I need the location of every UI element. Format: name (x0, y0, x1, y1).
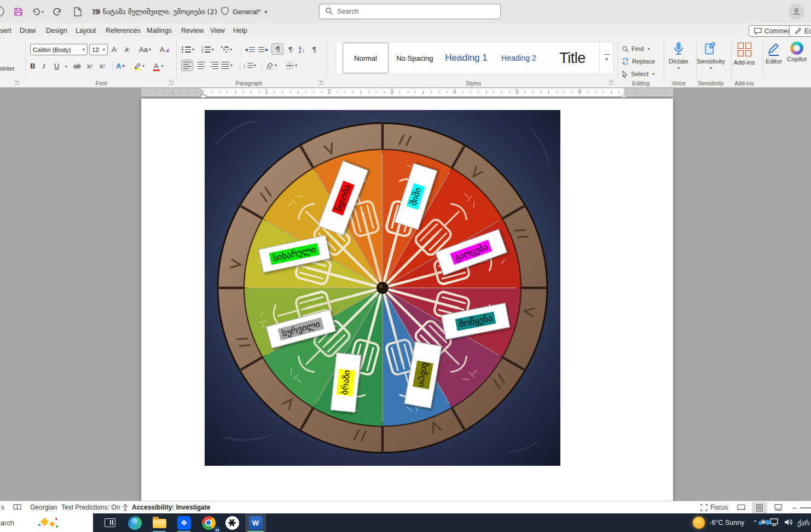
network-icon[interactable] (770, 518, 779, 528)
document-page[interactable]: ნდობა შიში სიხარული გაოცება სურვილი მოწყ… (141, 99, 673, 501)
style-normal[interactable]: Normal (343, 43, 389, 73)
rtl-text-direction-button[interactable]: ¶‹ (285, 44, 297, 55)
tab-references[interactable]: References (105, 23, 142, 38)
document-title-area[interactable]: 19 ნატაშა მელიშვილი. ემოციები (2) Genera… (91, 0, 267, 23)
chatgpt-taskbar-icon[interactable] (222, 513, 242, 532)
subscript-button[interactable]: x2 (87, 60, 92, 72)
decrease-indent-button[interactable]: ◂ (245, 44, 255, 55)
weather-sun-icon[interactable] (693, 517, 705, 529)
show-paragraph-marks-button[interactable]: ¶ (312, 44, 316, 55)
tab-help[interactable]: Help (232, 23, 248, 38)
font-color-button[interactable]: A ▾ (154, 60, 164, 72)
shrink-font-button[interactable]: Aˇ (125, 44, 130, 55)
clipboard-dialog-launcher-icon[interactable] (13, 79, 19, 85)
tab-draw[interactable]: Draw (19, 23, 37, 38)
paragraph-dialog-launcher-icon[interactable] (317, 79, 323, 85)
highlight-color-button[interactable]: ▾ (134, 60, 144, 72)
web-layout-button[interactable] (771, 502, 786, 513)
bold-button[interactable]: B (30, 60, 35, 72)
accessibility-status[interactable]: Accessibility: Investigate (121, 501, 210, 513)
show-hidden-icons-chevron[interactable]: ⌃ (752, 519, 758, 527)
undo-icon[interactable]: ▾ (32, 5, 44, 18)
align-center-button[interactable] (195, 60, 207, 71)
style-heading-1[interactable]: Heading 1 (441, 43, 491, 73)
sensitivity-badge[interactable]: General* (233, 8, 260, 16)
tab-layout[interactable]: Layout (74, 23, 97, 38)
input-language-partial[interactable]: ქარ (797, 519, 810, 527)
chevron-down-icon[interactable]: ▾ (264, 9, 267, 15)
select-button[interactable]: Select▾ (622, 69, 654, 79)
italic-button[interactable]: I (43, 60, 45, 72)
tab-mailings[interactable]: Mailings (146, 23, 173, 38)
addins-button[interactable]: Add-ins (728, 42, 760, 78)
word-count-partial[interactable]: s (1, 501, 4, 513)
zoom-slider[interactable] (800, 507, 811, 508)
weather-text[interactable]: -6°C Sunny (709, 519, 744, 527)
chrome-taskbar-icon[interactable]: M (198, 513, 219, 532)
search-box[interactable]: Search (319, 4, 501, 19)
emotion-wheel-picture[interactable]: ნდობა შიში სიხარული გაოცება სურვილი მოწყ… (205, 110, 560, 466)
ltr-text-direction-button[interactable]: ›¶ (271, 43, 283, 55)
file-explorer-taskbar-icon[interactable] (149, 513, 170, 532)
tab-design[interactable]: Design (45, 23, 68, 38)
taskbar-search-box[interactable]: ere to search (0, 513, 93, 532)
new-document-icon[interactable] (71, 5, 83, 18)
increase-indent-button[interactable]: ▸ (258, 44, 269, 55)
sort-button[interactable]: AZ ↓ (299, 44, 305, 55)
text-predictions[interactable]: Text Predictions: On (61, 501, 120, 513)
multilevel-list-button[interactable]: ▾ (221, 44, 232, 55)
undo-caret-icon[interactable]: ▾ (42, 9, 44, 14)
sensitivity-button[interactable]: Sensitivity ▾ (693, 42, 728, 78)
text-effects-button[interactable]: A▾ (116, 60, 124, 72)
align-right-button[interactable] (208, 60, 220, 71)
strikethrough-button[interactable]: ab (73, 60, 80, 72)
bullets-button[interactable]: ▾ (182, 44, 194, 55)
read-mode-button[interactable] (733, 502, 749, 513)
grow-font-button[interactable]: Aˆ (112, 44, 118, 55)
save-icon[interactable] (12, 5, 24, 18)
horizontal-ruler[interactable]: 123456 (141, 88, 673, 96)
search-highlights-icon[interactable] (37, 517, 58, 528)
autosave-toggle-partial[interactable] (0, 6, 4, 17)
edge-taskbar-icon[interactable] (124, 513, 145, 532)
shading-button[interactable]: ▾ (265, 60, 277, 71)
replace-button[interactable]: Replace (622, 56, 655, 66)
change-case-button[interactable]: Aa▾ (139, 44, 151, 55)
style-title[interactable]: Title (547, 43, 598, 73)
tab-view[interactable]: View (209, 23, 226, 38)
account-avatar[interactable] (789, 4, 804, 20)
styles-dialog-launcher-icon[interactable] (607, 79, 613, 85)
editing-mode-button-partial[interactable]: Ed (789, 25, 811, 37)
font-family-combobox[interactable]: Calibri (Body)▾ (30, 44, 88, 55)
focus-button[interactable]: Focus (700, 501, 728, 513)
style-no-spacing[interactable]: No Spacing (392, 43, 438, 73)
borders-button[interactable]: ▾ (286, 60, 297, 71)
line-spacing-button[interactable]: ↕▾ (243, 60, 256, 71)
superscript-button[interactable]: x2 (100, 60, 105, 72)
dictate-button[interactable]: Dictate ▾ (663, 42, 694, 78)
find-button[interactable]: Find▾ (622, 44, 650, 54)
tab-insert-partial[interactable]: sert (0, 23, 13, 38)
numbering-button[interactable]: ▾ (201, 44, 214, 55)
clear-formatting-button[interactable]: A◢ (160, 44, 169, 55)
underline-button[interactable]: U (54, 60, 59, 72)
language-indicator[interactable]: Georgian (30, 501, 57, 513)
align-left-button[interactable] (181, 60, 193, 71)
styles-gallery-more-button[interactable]: ▾ (599, 42, 613, 74)
justify-button[interactable]: ▾ (221, 60, 233, 71)
zoom-out-button[interactable]: – (792, 501, 797, 513)
copilot-button[interactable]: Copilot (783, 42, 811, 78)
underline-caret-icon[interactable]: ▾ (65, 64, 67, 69)
format-painter-label-partial[interactable]: ainter (0, 62, 15, 74)
font-size-combobox[interactable]: 12▾ (89, 44, 108, 55)
redo-icon[interactable] (51, 5, 63, 18)
proofing-icon[interactable] (13, 501, 21, 513)
tab-review[interactable]: Review (180, 23, 205, 38)
volume-icon[interactable] (784, 518, 793, 528)
left-indent-marker[interactable] (201, 95, 206, 97)
word-taskbar-icon[interactable]: W (245, 513, 266, 532)
dropbox-taskbar-icon[interactable]: ❖ (173, 513, 194, 532)
style-heading-2[interactable]: Heading 2 (495, 43, 543, 73)
task-view-button[interactable] (100, 513, 120, 532)
print-layout-button[interactable] (752, 502, 767, 513)
